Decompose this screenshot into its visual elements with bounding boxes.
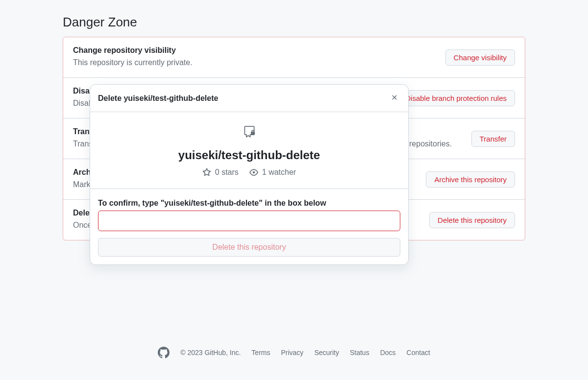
eye-icon	[249, 168, 258, 177]
modal-repo-name: yuiseki/test-github-delete	[98, 148, 400, 162]
transfer-button[interactable]: Transfer	[471, 131, 515, 147]
dz-title: Change repository visibility	[73, 46, 436, 55]
dz-item-visibility: Change repository visibility This reposi…	[63, 37, 525, 77]
modal-title: Delete yuiseki/test-github-delete	[98, 94, 218, 103]
confirm-input[interactable]	[98, 211, 400, 231]
watchers-label: 1 watcher	[262, 168, 296, 177]
stars-stat: 0 stars	[202, 168, 239, 177]
archive-repository-button[interactable]: Archive this repository	[426, 171, 515, 188]
footer-link-privacy[interactable]: Privacy	[281, 349, 303, 356]
footer-link-terms[interactable]: Terms	[251, 349, 270, 356]
footer-link-docs[interactable]: Docs	[380, 349, 396, 356]
close-button[interactable]	[389, 92, 400, 105]
change-visibility-button[interactable]: Change visibility	[445, 49, 515, 66]
close-icon	[391, 94, 398, 101]
delete-repo-modal: Delete yuiseki/test-github-delete yuisek…	[90, 84, 409, 265]
modal-confirm-section: To confirm, type "yuiseki/test-github-de…	[90, 189, 408, 264]
watchers-stat: 1 watcher	[249, 168, 296, 177]
modal-body: yuiseki/test-github-delete 0 stars 1 wat…	[90, 112, 408, 189]
confirm-instruction: To confirm, type "yuiseki/test-github-de…	[98, 199, 400, 208]
footer-link-status[interactable]: Status	[350, 349, 369, 356]
repo-stats: 0 stars 1 watcher	[98, 168, 400, 177]
github-logo-icon	[158, 347, 170, 358]
delete-repository-button[interactable]: Delete this repository	[429, 212, 515, 228]
confirm-delete-button[interactable]: Delete this repository	[98, 238, 400, 257]
footer-link-contact[interactable]: Contact	[407, 349, 430, 356]
site-footer: © 2023 GitHub, Inc. Terms Privacy Securi…	[0, 347, 588, 358]
modal-header: Delete yuiseki/test-github-delete	[90, 85, 408, 112]
danger-zone-heading: Danger Zone	[63, 15, 525, 30]
footer-copyright: © 2023 GitHub, Inc.	[180, 349, 241, 356]
dz-desc: This repository is currently private.	[73, 57, 436, 69]
disable-branch-protection-button[interactable]: Disable branch protection rules	[397, 90, 515, 106]
footer-link-security[interactable]: Security	[314, 349, 339, 356]
star-icon	[202, 168, 211, 177]
repo-lock-icon	[243, 125, 256, 141]
stars-label: 0 stars	[215, 168, 239, 177]
